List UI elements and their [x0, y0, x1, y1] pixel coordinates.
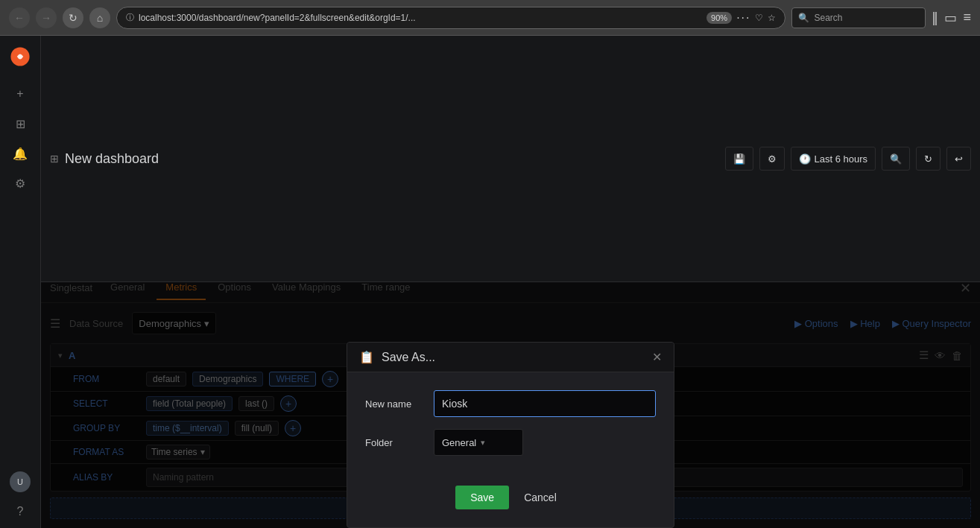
sidebar-item-alerts[interactable]: 🔔	[5, 140, 35, 167]
sidebar: + ⊞ 🔔 ⚙ U ?	[0, 36, 41, 528]
bell-icon: 🔔	[13, 147, 28, 161]
time-range-button[interactable]: 🕐 Last 6 hours	[791, 147, 876, 171]
clock-icon: 🕐	[799, 153, 811, 165]
dashboard-title[interactable]: New dashboard	[65, 151, 159, 167]
folder-label: Folder	[365, 437, 425, 448]
new-name-input[interactable]	[434, 390, 656, 417]
dashboard-icon: ⊞	[16, 117, 25, 131]
search-icon: 🔍	[890, 153, 902, 165]
main-area: ⊞ New dashboard 💾 ⚙ 🕐 Last 6 hours 🔍	[41, 36, 980, 528]
more-options[interactable]: ···	[736, 11, 750, 25]
cancel-button[interactable]: Cancel	[515, 486, 566, 509]
folder-chevron-icon: ▾	[481, 438, 485, 448]
help-icon: ?	[17, 505, 24, 518]
refresh-button[interactable]: ↻	[916, 147, 941, 171]
folder-select[interactable]: General ▾	[434, 429, 523, 456]
app-grid-icon: ⊞	[50, 153, 59, 165]
back-icon: ↩	[955, 153, 963, 165]
bookmark-icon[interactable]: ♡	[755, 13, 763, 23]
sidebar-item-dashboard[interactable]: ⊞	[5, 110, 35, 137]
refresh-button[interactable]: ↻	[63, 7, 83, 28]
zoom-indicator: 90%	[706, 12, 732, 24]
modal-close-button[interactable]: ✕	[652, 350, 662, 364]
add-icon: +	[16, 87, 23, 101]
library-icon[interactable]: ‖	[932, 10, 938, 26]
help-button[interactable]: ?	[5, 498, 35, 525]
settings-button[interactable]: ⚙	[759, 147, 785, 171]
url-text: localhost:3000/dashboard/new?panelId=2&f…	[139, 13, 702, 23]
browser-menu-icons: ‖ ▭ ≡	[932, 10, 971, 26]
modal-footer: Save Cancel	[347, 486, 674, 527]
folder-row: Folder General ▾	[365, 429, 656, 456]
save-dashboard-button[interactable]: 💾	[725, 147, 753, 171]
save-icon: 💾	[733, 153, 745, 165]
panel-editor: Singlestat General Metrics Options Value…	[41, 282, 980, 528]
search-icon: 🔍	[798, 13, 809, 23]
browser-chrome: ← → ↻ ⌂ ⓘ localhost:3000/dashboard/new?p…	[0, 0, 980, 36]
split-view-icon[interactable]: ▭	[944, 10, 957, 26]
avatar[interactable]: U	[10, 471, 31, 492]
back-button[interactable]: ↩	[946, 147, 971, 171]
modal-header: 📋 Save As... ✕	[347, 343, 674, 372]
save-as-modal: 📋 Save As... ✕ New name Folder General	[347, 342, 674, 528]
new-name-row: New name	[365, 390, 656, 417]
gear-icon: ⚙	[15, 176, 25, 191]
forward-button[interactable]: →	[36, 7, 57, 28]
search-button[interactable]: 🔍	[882, 147, 910, 171]
star-icon[interactable]: ☆	[768, 13, 776, 23]
modal-title: Save As...	[382, 351, 435, 364]
grafana-logo[interactable]	[5, 42, 35, 71]
sidebar-item-plugins[interactable]: ⚙	[5, 170, 35, 197]
settings-icon: ⚙	[768, 153, 777, 165]
browser-search[interactable]: 🔍 Search	[791, 7, 926, 28]
modal-body: New name Folder General ▾	[347, 372, 674, 486]
save-button[interactable]: Save	[455, 486, 509, 509]
back-button[interactable]: ←	[9, 7, 30, 28]
refresh-icon: ↻	[924, 153, 932, 165]
new-name-label: New name	[365, 398, 425, 410]
topbar: ⊞ New dashboard 💾 ⚙ 🕐 Last 6 hours 🔍	[41, 36, 980, 282]
url-bar[interactable]: ⓘ localhost:3000/dashboard/new?panelId=2…	[116, 7, 785, 29]
sidebar-item-add[interactable]: +	[5, 80, 35, 107]
home-button[interactable]: ⌂	[89, 7, 110, 28]
modal-overlay: 📋 Save As... ✕ New name Folder General	[41, 282, 980, 528]
lock-icon: ⓘ	[126, 12, 134, 23]
menu-icon[interactable]: ≡	[963, 10, 971, 25]
modal-title-icon: 📋	[359, 350, 374, 364]
